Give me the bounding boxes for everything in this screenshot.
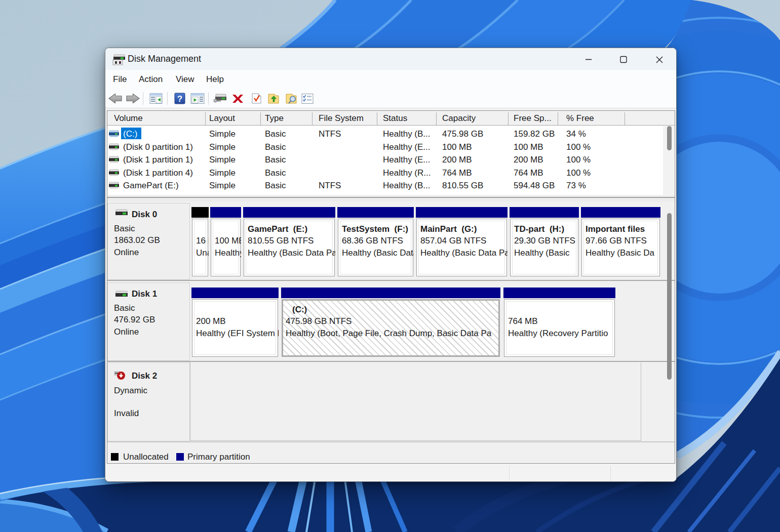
svg-text:?: ? (177, 94, 182, 104)
